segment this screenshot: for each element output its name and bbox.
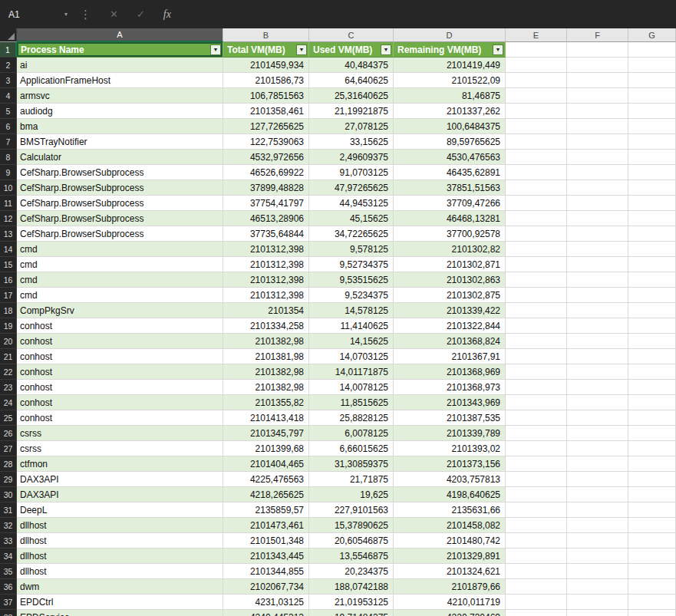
row-header-31[interactable]: 31 (0, 502, 17, 518)
cell[interactable]: 9,52734375 (309, 257, 394, 272)
cell[interactable]: ApplicationFrameHost (17, 73, 223, 88)
cell-empty[interactable] (567, 288, 628, 303)
cell-empty[interactable] (628, 242, 676, 257)
cell[interactable]: 4240,445313 (223, 610, 309, 616)
cell-empty[interactable] (567, 104, 628, 119)
cell[interactable]: 46435,62891 (394, 165, 506, 180)
cell[interactable]: 122,7539063 (223, 134, 309, 150)
cell[interactable]: 9,5234375 (309, 288, 394, 303)
cell[interactable]: dllhost (17, 518, 223, 533)
cell-empty[interactable] (506, 119, 567, 134)
cell-empty[interactable] (628, 272, 676, 288)
cell[interactable]: DAX3API (17, 472, 223, 487)
cell[interactable]: Calculator (17, 150, 223, 165)
row-header-30[interactable]: 30 (0, 487, 17, 502)
cell[interactable]: 89,59765625 (394, 134, 506, 150)
row-header-18[interactable]: 18 (0, 303, 17, 318)
cell[interactable]: 2101343,969 (394, 395, 506, 410)
cell-empty[interactable] (567, 242, 628, 257)
cell-empty[interactable] (567, 441, 628, 456)
cell[interactable]: 4203,757813 (394, 472, 506, 487)
cell[interactable]: 2101322,844 (394, 318, 506, 334)
cell[interactable]: EPDService (17, 610, 223, 616)
cell[interactable]: 2101344,855 (223, 564, 309, 579)
cell[interactable]: 47,97265625 (309, 180, 394, 196)
row-header-32[interactable]: 32 (0, 518, 17, 533)
cell[interactable]: ctfmon (17, 456, 223, 472)
cell-empty[interactable] (628, 395, 676, 410)
cell[interactable]: 15,37890625 (309, 518, 394, 533)
name-box[interactable]: A1 ▾ (0, 5, 74, 25)
cell[interactable]: 2101354 (223, 303, 309, 318)
cell[interactable]: conhost (17, 380, 223, 395)
cell[interactable]: 2101458,082 (394, 518, 506, 533)
row-header-37[interactable]: 37 (0, 595, 17, 610)
more-options-icon[interactable]: ⋮ (80, 8, 91, 21)
cell[interactable]: 20,234375 (309, 564, 394, 579)
cell[interactable]: 2101368,969 (394, 364, 506, 380)
cell-empty[interactable] (628, 564, 676, 579)
cell-empty[interactable] (506, 548, 567, 564)
cell-empty[interactable] (506, 334, 567, 349)
cell-empty[interactable] (506, 518, 567, 533)
cell-empty[interactable] (506, 226, 567, 242)
cell[interactable]: 21,19921875 (309, 104, 394, 119)
cell[interactable]: 188,0742188 (309, 579, 394, 595)
cell[interactable]: 2101522,09 (394, 73, 506, 88)
cell-empty[interactable] (506, 272, 567, 288)
cell-empty[interactable] (506, 595, 567, 610)
cell[interactable]: CefSharp.BrowserSubprocess (17, 226, 223, 242)
cell[interactable]: armsvc (17, 88, 223, 104)
cell-empty[interactable] (506, 502, 567, 518)
row-header-35[interactable]: 35 (0, 564, 17, 579)
cell-empty[interactable] (506, 456, 567, 472)
select-all-corner[interactable] (0, 28, 17, 42)
row-header-11[interactable]: 11 (0, 196, 17, 211)
cell[interactable]: BMSTrayNotifier (17, 134, 223, 150)
cell-empty[interactable] (628, 73, 676, 88)
cell[interactable]: 2101381,98 (223, 349, 309, 364)
row-header-13[interactable]: 13 (0, 226, 17, 242)
cell[interactable]: 2101413,418 (223, 410, 309, 426)
row-header-33[interactable]: 33 (0, 533, 17, 548)
filter-dropdown-icon[interactable]: ▼ (296, 44, 307, 55)
cell[interactable]: 46513,28906 (223, 211, 309, 226)
column-header-f[interactable]: F (567, 28, 628, 42)
cell-empty[interactable] (628, 548, 676, 564)
cell-empty[interactable] (567, 73, 628, 88)
cell[interactable]: conhost (17, 334, 223, 349)
cell[interactable]: 27,078125 (309, 119, 394, 134)
cell-empty[interactable] (567, 196, 628, 211)
cell-empty[interactable] (628, 165, 676, 180)
row-header-23[interactable]: 23 (0, 380, 17, 395)
cell[interactable]: 64,640625 (309, 73, 394, 88)
cell[interactable]: 37735,64844 (223, 226, 309, 242)
cell[interactable]: conhost (17, 395, 223, 410)
cell[interactable]: conhost (17, 410, 223, 426)
cell[interactable]: csrss (17, 441, 223, 456)
cell-empty[interactable] (506, 410, 567, 426)
cell-empty[interactable] (567, 58, 628, 73)
insert-function-icon[interactable]: fx (163, 8, 171, 21)
row-header-21[interactable]: 21 (0, 349, 17, 364)
row-header-7[interactable]: 7 (0, 134, 17, 150)
cell[interactable]: cmd (17, 272, 223, 288)
cell[interactable]: 2101302,875 (394, 288, 506, 303)
cell-empty[interactable] (567, 349, 628, 364)
row-header-6[interactable]: 6 (0, 119, 17, 134)
cell[interactable]: 2101324,621 (394, 564, 506, 579)
table-header-cell[interactable]: Remaining VM(MB)▼ (394, 42, 506, 58)
row-header-3[interactable]: 3 (0, 73, 17, 88)
cell-empty[interactable] (506, 134, 567, 150)
cell-empty[interactable] (628, 119, 676, 134)
cell-empty[interactable] (506, 426, 567, 441)
row-header-26[interactable]: 26 (0, 426, 17, 441)
cell[interactable]: 227,9101563 (309, 502, 394, 518)
cell-empty[interactable] (567, 564, 628, 579)
row-header-27[interactable]: 27 (0, 441, 17, 456)
cell-empty[interactable] (567, 610, 628, 616)
cell[interactable]: 14,578125 (309, 303, 394, 318)
cell[interactable]: 2101501,348 (223, 533, 309, 548)
cell[interactable]: 2135631,66 (394, 502, 506, 518)
row-header-24[interactable]: 24 (0, 395, 17, 410)
